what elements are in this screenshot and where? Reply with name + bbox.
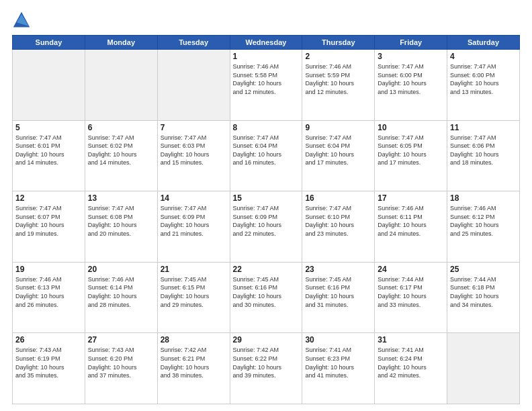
day-cell: 28Sunrise: 7:42 AMSunset: 6:21 PMDayligh… (157, 333, 230, 404)
weekday-saturday: Saturday (447, 36, 520, 50)
day-number: 22 (233, 265, 300, 274)
day-number: 24 (378, 265, 444, 274)
day-number: 8 (233, 123, 300, 132)
day-cell: 2Sunrise: 7:46 AMSunset: 5:59 PMDaylight… (302, 50, 375, 121)
day-number: 1 (233, 52, 300, 61)
day-cell (85, 50, 157, 121)
weekday-wednesday: Wednesday (230, 36, 302, 50)
day-number: 16 (305, 193, 371, 203)
day-cell: 29Sunrise: 7:42 AMSunset: 6:22 PMDayligh… (230, 333, 302, 404)
day-number: 19 (15, 265, 82, 274)
day-info: Sunrise: 7:43 AMSunset: 6:20 PMDaylight:… (88, 346, 154, 379)
day-info: Sunrise: 7:47 AMSunset: 6:04 PMDaylight:… (305, 134, 371, 167)
day-info: Sunrise: 7:47 AMSunset: 6:04 PMDaylight:… (233, 134, 300, 167)
day-cell: 8Sunrise: 7:47 AMSunset: 6:04 PMDaylight… (230, 120, 302, 191)
day-cell: 10Sunrise: 7:47 AMSunset: 6:05 PMDayligh… (375, 120, 447, 191)
day-number: 27 (88, 335, 154, 345)
day-number: 20 (88, 265, 154, 274)
day-cell: 16Sunrise: 7:47 AMSunset: 6:10 PMDayligh… (302, 191, 375, 263)
day-info: Sunrise: 7:46 AMSunset: 6:12 PMDaylight:… (450, 204, 517, 238)
weekday-friday: Friday (375, 36, 447, 50)
day-number: 15 (233, 193, 300, 203)
page: SundayMondayTuesdayWednesdayThursdayFrid… (0, 0, 532, 411)
day-number: 3 (378, 52, 444, 61)
day-number: 21 (161, 265, 227, 274)
day-number: 12 (15, 193, 82, 203)
day-number: 13 (88, 193, 154, 203)
day-info: Sunrise: 7:45 AMSunset: 6:16 PMDaylight:… (305, 275, 371, 309)
day-number: 6 (88, 123, 154, 132)
day-info: Sunrise: 7:41 AMSunset: 6:23 PMDaylight:… (305, 346, 371, 379)
logo-icon (12, 11, 31, 30)
day-cell: 18Sunrise: 7:46 AMSunset: 6:12 PMDayligh… (447, 191, 520, 263)
logo (12, 11, 34, 30)
day-cell: 27Sunrise: 7:43 AMSunset: 6:20 PMDayligh… (85, 333, 157, 404)
day-cell: 19Sunrise: 7:46 AMSunset: 6:13 PMDayligh… (13, 262, 85, 333)
weekday-sunday: Sunday (13, 36, 85, 50)
day-number: 18 (450, 193, 517, 203)
day-number: 30 (305, 335, 371, 345)
week-row-3: 19Sunrise: 7:46 AMSunset: 6:13 PMDayligh… (13, 262, 520, 333)
day-info: Sunrise: 7:46 AMSunset: 6:14 PMDaylight:… (88, 275, 154, 309)
week-row-4: 26Sunrise: 7:43 AMSunset: 6:19 PMDayligh… (13, 333, 520, 404)
day-info: Sunrise: 7:47 AMSunset: 6:03 PMDaylight:… (161, 134, 227, 167)
day-info: Sunrise: 7:47 AMSunset: 6:10 PMDaylight:… (305, 204, 371, 238)
day-info: Sunrise: 7:45 AMSunset: 6:16 PMDaylight:… (233, 275, 300, 309)
day-cell: 24Sunrise: 7:44 AMSunset: 6:17 PMDayligh… (375, 262, 447, 333)
day-number: 10 (378, 123, 444, 132)
day-number: 2 (305, 52, 371, 61)
day-info: Sunrise: 7:46 AMSunset: 6:11 PMDaylight:… (378, 204, 444, 238)
day-info: Sunrise: 7:42 AMSunset: 6:22 PMDaylight:… (233, 346, 300, 379)
day-number: 23 (305, 265, 371, 274)
day-info: Sunrise: 7:47 AMSunset: 6:07 PMDaylight:… (15, 204, 82, 238)
day-info: Sunrise: 7:47 AMSunset: 6:01 PMDaylight:… (15, 134, 82, 167)
day-number: 9 (305, 123, 371, 132)
day-number: 26 (15, 335, 82, 345)
day-cell (157, 50, 230, 121)
weekday-monday: Monday (85, 36, 157, 50)
day-info: Sunrise: 7:46 AMSunset: 6:13 PMDaylight:… (15, 275, 82, 309)
week-row-2: 12Sunrise: 7:47 AMSunset: 6:07 PMDayligh… (13, 191, 520, 263)
weekday-thursday: Thursday (302, 36, 375, 50)
day-cell: 9Sunrise: 7:47 AMSunset: 6:04 PMDaylight… (302, 120, 375, 191)
day-cell: 21Sunrise: 7:45 AMSunset: 6:15 PMDayligh… (157, 262, 230, 333)
day-cell: 6Sunrise: 7:47 AMSunset: 6:02 PMDaylight… (85, 120, 157, 191)
week-row-0: 1Sunrise: 7:46 AMSunset: 5:58 PMDaylight… (13, 50, 520, 121)
weekday-tuesday: Tuesday (157, 36, 230, 50)
day-info: Sunrise: 7:47 AMSunset: 6:06 PMDaylight:… (450, 134, 517, 167)
day-info: Sunrise: 7:47 AMSunset: 6:05 PMDaylight:… (378, 134, 444, 167)
day-number: 14 (161, 193, 227, 203)
day-info: Sunrise: 7:47 AMSunset: 6:00 PMDaylight:… (378, 62, 444, 96)
day-info: Sunrise: 7:47 AMSunset: 6:09 PMDaylight:… (233, 204, 300, 238)
day-number: 31 (378, 335, 444, 345)
day-info: Sunrise: 7:46 AMSunset: 5:58 PMDaylight:… (233, 62, 300, 96)
day-info: Sunrise: 7:46 AMSunset: 5:59 PMDaylight:… (305, 62, 371, 96)
day-info: Sunrise: 7:47 AMSunset: 6:09 PMDaylight:… (161, 204, 227, 238)
day-info: Sunrise: 7:45 AMSunset: 6:15 PMDaylight:… (161, 275, 227, 309)
day-cell (13, 50, 85, 121)
day-info: Sunrise: 7:41 AMSunset: 6:24 PMDaylight:… (378, 346, 444, 379)
day-cell: 5Sunrise: 7:47 AMSunset: 6:01 PMDaylight… (13, 120, 85, 191)
day-number: 5 (15, 123, 82, 132)
day-info: Sunrise: 7:43 AMSunset: 6:19 PMDaylight:… (15, 346, 82, 379)
day-info: Sunrise: 7:42 AMSunset: 6:21 PMDaylight:… (161, 346, 227, 379)
day-cell: 20Sunrise: 7:46 AMSunset: 6:14 PMDayligh… (85, 262, 157, 333)
weekday-header-row: SundayMondayTuesdayWednesdayThursdayFrid… (13, 36, 520, 50)
day-info: Sunrise: 7:44 AMSunset: 6:17 PMDaylight:… (378, 275, 444, 309)
day-number: 25 (450, 265, 517, 274)
day-cell: 7Sunrise: 7:47 AMSunset: 6:03 PMDaylight… (157, 120, 230, 191)
day-cell: 12Sunrise: 7:47 AMSunset: 6:07 PMDayligh… (13, 191, 85, 263)
day-info: Sunrise: 7:47 AMSunset: 6:08 PMDaylight:… (88, 204, 154, 238)
day-cell: 3Sunrise: 7:47 AMSunset: 6:00 PMDaylight… (375, 50, 447, 121)
day-cell: 13Sunrise: 7:47 AMSunset: 6:08 PMDayligh… (85, 191, 157, 263)
day-cell: 1Sunrise: 7:46 AMSunset: 5:58 PMDaylight… (230, 50, 302, 121)
week-row-1: 5Sunrise: 7:47 AMSunset: 6:01 PMDaylight… (13, 120, 520, 191)
calendar-table: SundayMondayTuesdayWednesdayThursdayFrid… (12, 35, 520, 404)
day-cell: 25Sunrise: 7:44 AMSunset: 6:18 PMDayligh… (447, 262, 520, 333)
day-cell: 23Sunrise: 7:45 AMSunset: 6:16 PMDayligh… (302, 262, 375, 333)
day-number: 29 (233, 335, 300, 345)
day-cell (447, 333, 520, 404)
header (12, 11, 520, 30)
day-cell: 4Sunrise: 7:47 AMSunset: 6:00 PMDaylight… (447, 50, 520, 121)
day-number: 28 (161, 335, 227, 345)
